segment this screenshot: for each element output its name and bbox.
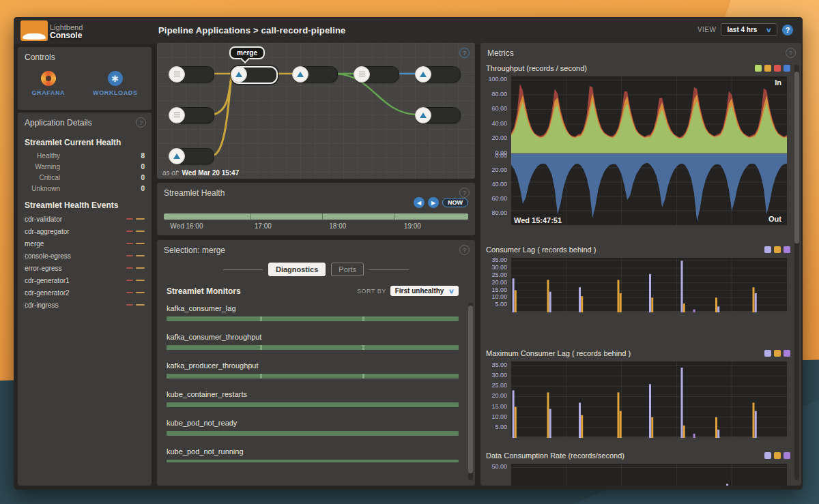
timeline-tick-label: 19:00	[404, 222, 421, 230]
health-event-sparkline	[126, 255, 145, 256]
triangle-icon	[420, 113, 427, 118]
health-event-row[interactable]: cdr-validator	[18, 213, 152, 225]
monitor-health-bar	[167, 460, 459, 462]
y-tick-label: 5.00	[495, 301, 507, 308]
chart-2: Maximum Consumer Lag ( records behind )3…	[480, 347, 801, 439]
pipeline-node-src2[interactable]	[169, 107, 214, 123]
health-event-sparkline	[126, 304, 145, 306]
pipeline-node-merge[interactable]	[231, 66, 278, 84]
pipeline-node-src3[interactable]	[169, 148, 214, 164]
timeline-tick-mark	[322, 213, 323, 220]
event-dash-red	[126, 267, 133, 269]
chart-0: Throughput (records / second)100.0080.00…	[480, 62, 801, 226]
legend-swatch	[784, 246, 790, 253]
chart-plot-row: 100.0080.0060.0040.0020.000.000.0020.004…	[486, 76, 790, 226]
controls-title: Controls	[18, 47, 152, 65]
pipeline-node-topic[interactable]	[354, 66, 399, 83]
health-event-row[interactable]: console-egress	[18, 250, 152, 262]
health-row-label: Healthy	[18, 152, 60, 160]
monitor-bar-tick	[362, 374, 364, 379]
tab-diagnostics[interactable]: Diagnostics	[268, 263, 326, 276]
sort-by-select[interactable]: First unhealthy ∨	[390, 286, 459, 296]
sort-by-value: First unhealthy	[395, 287, 444, 295]
legend-swatch	[774, 452, 781, 459]
metrics-panel: Metrics ? Throughput (records / second)1…	[480, 43, 801, 486]
legend-swatch	[755, 65, 762, 72]
sidebar-control-grafana[interactable]: GRAFANA	[31, 71, 65, 96]
y-tick-label: 40.00	[491, 181, 507, 188]
tab-ports[interactable]: Ports	[331, 263, 364, 276]
event-dash-red	[126, 292, 133, 293]
chart-y-axis: 50.00	[486, 463, 511, 486]
monitor-bar-tick	[362, 345, 364, 350]
metrics-help-icon[interactable]: ?	[786, 48, 796, 58]
event-dash-red	[126, 218, 133, 220]
timeline-tick-label: 17:00	[255, 222, 272, 230]
health-bar-track	[63, 153, 134, 159]
pipeline-node-validator[interactable]	[293, 66, 338, 83]
chart-title: Data Consumption Rate (records/second)	[486, 451, 624, 460]
controls-panel: Controls GRAFANA✱WORKLOADS	[18, 47, 152, 110]
y-tick-label: 30.00	[491, 372, 507, 379]
sidebar-control-workloads[interactable]: ✱WORKLOADS	[93, 71, 137, 96]
monitor-bar-tick	[260, 316, 262, 321]
chart-header: Consumer Lag ( records behind )	[486, 243, 790, 256]
health-event-row[interactable]: error-egress	[18, 262, 152, 274]
timeline-back-icon[interactable]: ◀	[414, 197, 425, 208]
timeline-forward-icon[interactable]: ▶	[428, 197, 439, 208]
health-row-label: Warning	[18, 163, 60, 171]
y-tick-label: 20.00	[491, 279, 507, 286]
timeline-now-button[interactable]: NOW	[442, 198, 468, 207]
monitor-name: kube_pod_not_running	[167, 447, 459, 456]
y-tick-label: 25.00	[491, 271, 507, 278]
pipeline-node-src1[interactable]	[169, 66, 214, 83]
health-event-name: console-egress	[25, 252, 71, 260]
pipeline-node-tooltip: merge	[229, 46, 265, 59]
triangle-icon	[235, 72, 242, 77]
chart-legend	[764, 452, 790, 459]
legend-swatch	[764, 452, 771, 459]
pipeline-node-egress2[interactable]	[416, 107, 461, 123]
brand[interactable]: Lightbend Console	[20, 20, 83, 41]
monitor-bar-tick	[362, 316, 364, 321]
health-event-name: cdr-generator2	[25, 289, 70, 297]
selection-help-icon[interactable]: ?	[459, 245, 470, 255]
chevron-down-icon: ∨	[766, 27, 772, 33]
tab-divider-line	[223, 269, 263, 270]
time-range-select[interactable]: last 4 hrs ∨	[721, 23, 777, 36]
legend-swatch	[784, 350, 790, 357]
health-event-row[interactable]: cdr-generator1	[18, 274, 152, 286]
y-tick-label: 20.00	[491, 166, 507, 173]
as-of-timestamp: as of:Wed Mar 20 15:47	[162, 169, 239, 177]
legend-swatch	[784, 452, 790, 459]
event-dash-gold	[136, 304, 145, 306]
health-event-row[interactable]: cdr-generator2	[18, 286, 152, 299]
health-event-row[interactable]: cdr-aggregator	[18, 225, 152, 237]
chart-plot	[511, 361, 788, 439]
health-event-row[interactable]: cdr-ingress	[18, 299, 152, 311]
health-event-name: cdr-ingress	[25, 301, 58, 309]
health-row-critical: Critical0	[18, 172, 152, 183]
health-row-unknown: Unknown0	[18, 183, 152, 194]
health-event-name: merge	[25, 240, 44, 248]
health-timeline-bar[interactable]	[164, 213, 468, 220]
application-details-help-icon[interactable]: ?	[136, 117, 146, 128]
event-dash-gold	[136, 267, 145, 269]
monitor-name: kube_container_restarts	[167, 390, 459, 398]
application-details-title: Application Details	[18, 113, 152, 131]
metrics-scrollbar-thumb[interactable]	[794, 72, 799, 243]
selection-panel: Selection: merge ? DiagnosticsPorts Stre…	[157, 240, 475, 486]
legend-swatch	[764, 350, 771, 357]
selection-scrollbar-thumb[interactable]	[468, 306, 473, 473]
y-tick-label: 80.00	[491, 209, 507, 216]
health-event-sparkline	[126, 292, 145, 293]
pipeline-edge	[213, 76, 231, 155]
health-event-row[interactable]: merge	[18, 237, 152, 250]
monitor-item: kafka_producer_throughput	[167, 361, 459, 379]
streamlet-health-help-icon[interactable]: ?	[459, 188, 470, 198]
pipeline-node-egress1[interactable]	[416, 66, 461, 83]
help-icon[interactable]: ?	[782, 25, 793, 35]
chart-1: Consumer Lag ( records behind )35.0030.0…	[480, 243, 801, 313]
streamlet-icon	[415, 107, 431, 123]
timeline-tick-label: 18:00	[329, 222, 346, 230]
